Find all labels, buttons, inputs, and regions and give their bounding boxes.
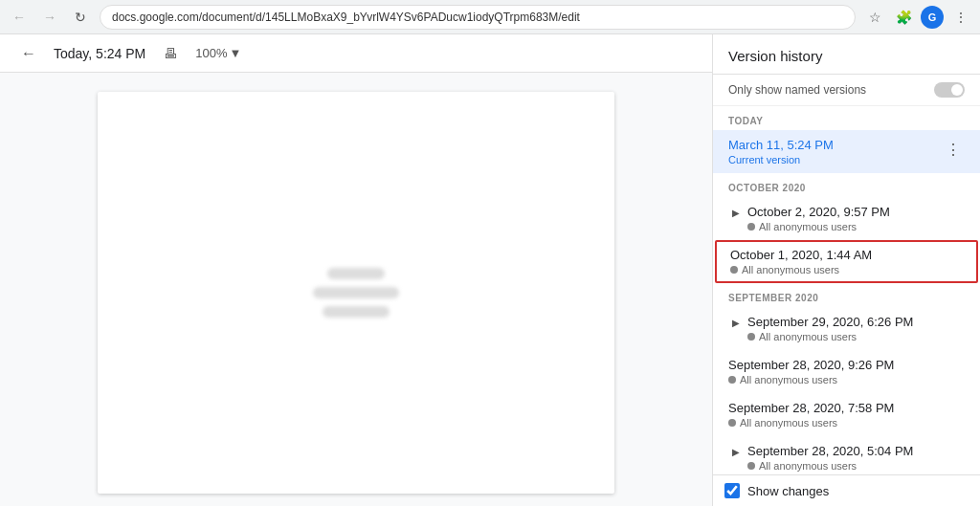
user-dot-oct2 — [747, 223, 755, 231]
expand-icon-sep29[interactable]: ▶ — [728, 315, 744, 330]
version-user-oct1: All anonymous users — [730, 264, 872, 275]
version-bottom-bar: Show changes — [713, 474, 980, 506]
version-user-oct2: All anonymous users — [747, 221, 890, 232]
expand-icon-oct2[interactable]: ▶ — [728, 205, 744, 220]
version-date-sep29: September 29, 2020, 6:26 PM — [747, 315, 913, 329]
version-date-sep28b: September 28, 2020, 7:58 PM — [728, 401, 894, 415]
user-label-oct1: All anonymous users — [742, 264, 839, 275]
version-item-sep28a[interactable]: September 28, 2020, 9:26 PM All anonymou… — [713, 350, 980, 393]
only-named-label: Only show named versions — [728, 83, 866, 97]
version-item-left-oct1: October 1, 2020, 1:44 AM All anonymous u… — [730, 248, 872, 275]
version-item-info-oct1: October 1, 2020, 1:44 AM All anonymous u… — [730, 248, 872, 275]
user-label-oct2: All anonymous users — [759, 221, 857, 232]
show-changes-label: Show changes — [747, 484, 829, 498]
print-button[interactable]: 🖶 — [157, 40, 184, 67]
user-label-sep28c: All anonymous users — [759, 460, 857, 472]
browser-bar: ← → ↻ docs.google.com/document/d/145LLMo… — [0, 0, 980, 34]
version-item-info-sep28b: September 28, 2020, 7:58 PM All anonymou… — [728, 401, 894, 429]
version-item-left: March 11, 5:24 PM Current version — [728, 138, 834, 165]
version-item-left-oct2: ▶ October 2, 2020, 9:57 PM All anonymous… — [728, 205, 890, 232]
blurred-line-1 — [327, 268, 385, 279]
version-item-oct2[interactable]: ▶ October 2, 2020, 9:57 PM All anonymous… — [713, 197, 980, 240]
user-dot-sep29 — [747, 333, 755, 341]
browser-icons: ☆ 🧩 G ⋮ — [863, 6, 972, 29]
doc-back-button[interactable]: ← — [15, 40, 42, 67]
version-item-sep28c[interactable]: ▶ September 28, 2020, 5:04 PM All anonym… — [713, 436, 980, 474]
version-item-info-sep28c: September 28, 2020, 5:04 PM All anonymou… — [747, 444, 913, 472]
doc-toolbar: ← Today, 5:24 PM 🖶 100% ▼ — [0, 34, 712, 73]
user-dot-sep28c — [747, 462, 755, 470]
version-item-left-sep28a: September 28, 2020, 9:26 PM All anonymou… — [728, 358, 894, 385]
menu-icon-button[interactable]: ⋮ — [949, 6, 972, 29]
version-date-oct2: October 2, 2020, 9:57 PM — [747, 205, 890, 219]
version-user-sep28c: All anonymous users — [747, 460, 913, 472]
forward-nav-button[interactable]: → — [38, 6, 61, 29]
blurred-line-3 — [323, 306, 390, 318]
version-item-info-oct2: October 2, 2020, 9:57 PM All anonymous u… — [747, 205, 890, 232]
version-group-oct2020: OCTOBER 2020 — [713, 173, 980, 197]
version-item-march11[interactable]: March 11, 5:24 PM Current version ⋮ — [713, 130, 980, 173]
user-dot-sep28b — [728, 419, 736, 427]
back-nav-button[interactable]: ← — [8, 6, 31, 29]
address-bar[interactable]: docs.google.com/document/d/145LLMoBxaX9_… — [100, 5, 856, 30]
version-date: March 11, 5:24 PM — [728, 138, 834, 152]
app-area: ← Today, 5:24 PM 🖶 100% ▼ Version histor… — [0, 34, 980, 506]
expand-icon-sep28c[interactable]: ▶ — [728, 444, 744, 459]
version-item-left-sep29: ▶ September 29, 2020, 6:26 PM All anonym… — [728, 315, 913, 342]
extension-icon-button[interactable]: 🧩 — [892, 6, 915, 29]
version-item-sep28b[interactable]: September 28, 2020, 7:58 PM All anonymou… — [713, 393, 980, 436]
version-user-sep29: All anonymous users — [747, 331, 913, 342]
doc-area: ← Today, 5:24 PM 🖶 100% ▼ — [0, 34, 712, 506]
only-named-versions-row: Only show named versions — [713, 75, 980, 106]
version-panel-header: Version history — [713, 34, 980, 75]
version-item-oct1[interactable]: October 1, 2020, 1:44 AM All anonymous u… — [715, 240, 978, 283]
version-user-sep28a: All anonymous users — [728, 374, 894, 385]
version-item-sep29[interactable]: ▶ September 29, 2020, 6:26 PM All anonym… — [713, 307, 980, 350]
version-item-info: March 11, 5:24 PM Current version — [728, 138, 834, 165]
show-changes-checkbox[interactable] — [724, 483, 740, 498]
user-label-sep28a: All anonymous users — [740, 374, 837, 385]
star-icon-button[interactable]: ☆ — [863, 6, 886, 29]
doc-title: Today, 5:24 PM — [54, 46, 145, 61]
version-date-sep28c: September 28, 2020, 5:04 PM — [747, 444, 913, 458]
user-dot-sep28a — [728, 376, 736, 384]
doc-page — [98, 92, 614, 494]
version-item-info-sep29: September 29, 2020, 6:26 PM All anonymou… — [747, 315, 913, 342]
zoom-value: 100% — [195, 46, 227, 60]
version-list: TODAY March 11, 5:24 PM Current version … — [713, 106, 980, 474]
version-item-left-sep28c: ▶ September 28, 2020, 5:04 PM All anonym… — [728, 444, 913, 472]
version-item-left-sep28b: September 28, 2020, 7:58 PM All anonymou… — [728, 401, 894, 429]
version-more-button[interactable]: ⋮ — [942, 138, 965, 161]
version-group-today: TODAY — [713, 106, 980, 130]
only-named-toggle[interactable] — [934, 82, 965, 98]
zoom-control: 100% ▼ — [195, 46, 241, 60]
user-avatar[interactable]: G — [921, 6, 944, 29]
version-date-sep28a: September 28, 2020, 9:26 PM — [728, 358, 894, 372]
user-dot-oct1 — [730, 266, 738, 274]
version-panel-title: Version history — [728, 48, 822, 64]
version-date-oct1: October 1, 2020, 1:44 AM — [730, 248, 872, 262]
user-label-sep28b: All anonymous users — [740, 417, 837, 429]
version-group-sep2020: SEPTEMBER 2020 — [713, 283, 980, 307]
reload-nav-button[interactable]: ↻ — [69, 6, 92, 29]
version-user-sep28b: All anonymous users — [728, 417, 894, 429]
version-item-info-sep28a: September 28, 2020, 9:26 PM All anonymou… — [728, 358, 894, 385]
blurred-line-2 — [313, 287, 399, 298]
version-current-label: Current version — [728, 154, 834, 165]
zoom-dropdown-button[interactable]: ▼ — [230, 46, 242, 60]
url-text: docs.google.com/document/d/145LLMoBxaX9_… — [112, 11, 580, 24]
doc-blurred-content — [313, 268, 399, 318]
version-history-panel: Version history Only show named versions… — [712, 34, 980, 506]
user-label-sep29: All anonymous users — [759, 331, 857, 342]
doc-content — [0, 73, 712, 506]
